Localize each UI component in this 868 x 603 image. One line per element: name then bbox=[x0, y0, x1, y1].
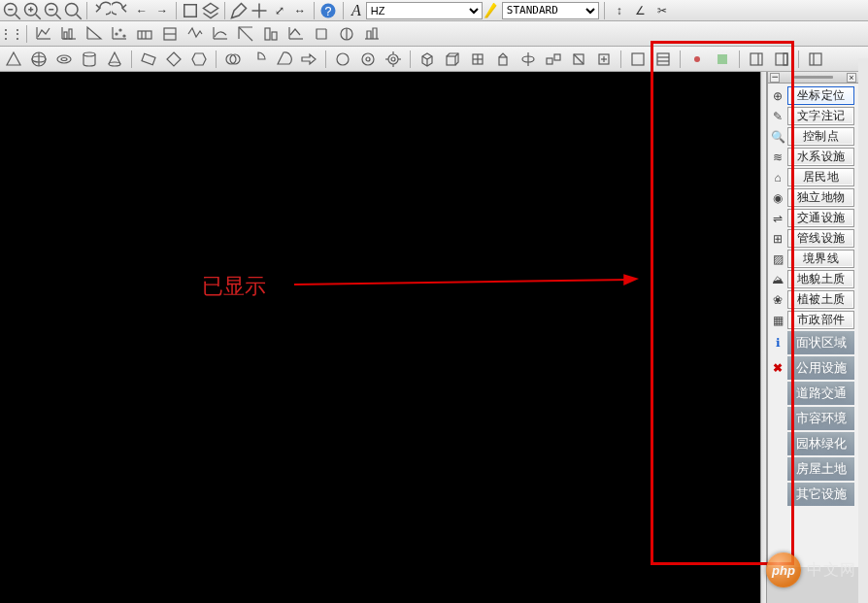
panel-label-btn[interactable]: 市容环境 bbox=[787, 407, 854, 430]
chart12-icon[interactable] bbox=[310, 22, 333, 46]
rect-icon[interactable] bbox=[137, 48, 160, 71]
toolbar-row-1: ← → ⤢ ↔ ? A HZ STANDARD ↕ ∠ ✂ bbox=[0, 0, 868, 21]
panel-minimize-icon[interactable]: − bbox=[770, 73, 780, 83]
view3d-icon[interactable] bbox=[626, 48, 650, 71]
cylinder-icon[interactable] bbox=[78, 48, 101, 71]
chart14-icon[interactable] bbox=[360, 22, 384, 46]
arrow-right-icon[interactable]: → bbox=[152, 1, 172, 20]
panel-label-btn[interactable]: 公用设施 bbox=[787, 356, 854, 380]
torus-icon[interactable] bbox=[52, 48, 76, 71]
panel-btn-residential[interactable]: 居民地 bbox=[787, 168, 854, 186]
trim-icon[interactable]: ✂ bbox=[652, 1, 672, 20]
annotation-label: 已显示 bbox=[202, 272, 266, 301]
dimension-linear-icon[interactable]: ↕ bbox=[610, 1, 629, 20]
panel-btn-terrain[interactable]: 地貌土质 bbox=[787, 270, 854, 288]
font-combo[interactable]: A HZ bbox=[349, 2, 483, 19]
panel-label-btn[interactable]: 房屋土地 bbox=[787, 457, 854, 481]
panel-close-icon[interactable]: × bbox=[847, 73, 856, 83]
panel-btn-coordinate[interactable]: 坐标定位 bbox=[787, 86, 854, 105]
chart10-icon[interactable] bbox=[259, 22, 283, 46]
panel-header[interactable]: − × bbox=[768, 72, 858, 84]
help-icon[interactable]: ? bbox=[318, 1, 338, 20]
move-icon[interactable] bbox=[250, 1, 269, 20]
grip-icon[interactable]: ⋮⋮ bbox=[2, 24, 21, 44]
svg-rect-23 bbox=[138, 31, 151, 39]
misc2-icon[interactable] bbox=[711, 48, 734, 71]
panel-label-btn[interactable]: 园林绿化 bbox=[787, 432, 854, 455]
chart4-icon[interactable] bbox=[108, 22, 131, 46]
arrow-left-icon[interactable]: ← bbox=[132, 1, 151, 20]
style-combo[interactable]: STANDARD bbox=[484, 2, 599, 19]
zoom-in-icon[interactable] bbox=[22, 1, 42, 20]
cube2-icon[interactable] bbox=[441, 48, 464, 71]
circle1-icon[interactable] bbox=[331, 48, 354, 71]
measure-icon[interactable]: ⤢ bbox=[270, 1, 289, 20]
panel-btn-boundary[interactable]: 境界线 bbox=[787, 250, 854, 268]
redo-icon[interactable] bbox=[112, 1, 131, 20]
svg-marker-13 bbox=[204, 3, 218, 13]
chart13-icon[interactable] bbox=[335, 22, 358, 46]
panel-grip-icon[interactable] bbox=[794, 76, 833, 79]
chart7-icon[interactable] bbox=[184, 22, 207, 46]
panel-label-btn[interactable]: 道路交通 bbox=[787, 382, 854, 405]
chart6-icon[interactable] bbox=[158, 22, 182, 46]
panel-btn-vegetation[interactable]: 植被土质 bbox=[787, 290, 854, 309]
panel-btn-pipeline[interactable]: 管线设施 bbox=[787, 229, 854, 248]
panel-btn-traffic[interactable]: 交通设施 bbox=[787, 209, 854, 227]
misc1-icon[interactable] bbox=[685, 48, 709, 71]
watermark-badge: php bbox=[766, 553, 801, 587]
gear-icon[interactable] bbox=[382, 48, 405, 71]
triangle-icon[interactable] bbox=[2, 48, 25, 71]
zoom-window-icon[interactable] bbox=[2, 1, 21, 20]
rhombus-icon[interactable] bbox=[162, 48, 185, 71]
dimension-icon[interactable]: ↔ bbox=[290, 1, 310, 20]
panel-btn-text[interactable]: 文字注记 bbox=[787, 107, 854, 125]
layers-icon[interactable] bbox=[201, 1, 220, 20]
font-select[interactable]: HZ bbox=[366, 2, 483, 19]
cube1-icon[interactable] bbox=[416, 48, 439, 71]
undo-icon[interactable] bbox=[91, 1, 111, 20]
arrow-shape-icon[interactable] bbox=[297, 48, 320, 71]
revolve-icon[interactable] bbox=[517, 48, 540, 71]
box-add-icon[interactable] bbox=[592, 48, 616, 71]
font-a-icon: A bbox=[349, 2, 364, 19]
cube3-icon[interactable] bbox=[466, 48, 489, 71]
chart2-icon[interactable] bbox=[57, 22, 81, 46]
dimension-angular-icon[interactable]: ∠ bbox=[631, 1, 651, 20]
zoom-extents-icon[interactable] bbox=[63, 1, 83, 20]
boxes-icon[interactable] bbox=[542, 48, 565, 71]
splitter-vertical[interactable] bbox=[760, 72, 767, 603]
box-cut-icon[interactable] bbox=[567, 48, 590, 71]
panel-toggle3-icon[interactable] bbox=[804, 48, 827, 71]
style-select[interactable]: STANDARD bbox=[502, 2, 599, 19]
panel-btn-municipal[interactable]: 市政部件 bbox=[787, 311, 854, 329]
chart5-icon[interactable] bbox=[133, 22, 156, 46]
chart3-icon[interactable] bbox=[83, 22, 106, 46]
globe-icon[interactable] bbox=[27, 48, 50, 71]
circle2-icon[interactable] bbox=[356, 48, 380, 71]
panel-label-btn[interactable]: 其它设施 bbox=[787, 483, 854, 506]
chart9-icon[interactable] bbox=[234, 22, 257, 46]
hexagon-icon[interactable] bbox=[187, 48, 211, 71]
drawing-canvas[interactable] bbox=[0, 72, 760, 603]
select-icon[interactable] bbox=[181, 1, 200, 20]
chart11-icon[interactable] bbox=[284, 22, 308, 46]
cone-icon[interactable] bbox=[103, 48, 126, 71]
viewtable-icon[interactable] bbox=[651, 48, 675, 71]
wedge-icon[interactable] bbox=[272, 48, 295, 71]
chart8-icon[interactable] bbox=[209, 22, 232, 46]
panel-btn-independent[interactable]: 独立地物 bbox=[787, 188, 854, 207]
panel-btn-control[interactable]: 控制点 bbox=[787, 127, 854, 146]
extrude-icon[interactable] bbox=[491, 48, 515, 71]
svg-marker-45 bbox=[302, 54, 316, 64]
pencil-icon[interactable] bbox=[229, 1, 249, 20]
chart1-icon[interactable] bbox=[32, 22, 55, 46]
panel-label-btn[interactable]: 面状区域 bbox=[787, 331, 854, 354]
svg-point-39 bbox=[109, 62, 120, 66]
zoom-out-icon[interactable] bbox=[43, 1, 62, 20]
panel-toggle1-icon[interactable] bbox=[745, 48, 768, 71]
sector-icon[interactable] bbox=[247, 48, 270, 71]
venn-icon[interactable] bbox=[221, 48, 245, 71]
panel-toggle2-icon[interactable] bbox=[770, 48, 793, 71]
panel-btn-water[interactable]: 水系设施 bbox=[787, 148, 854, 166]
